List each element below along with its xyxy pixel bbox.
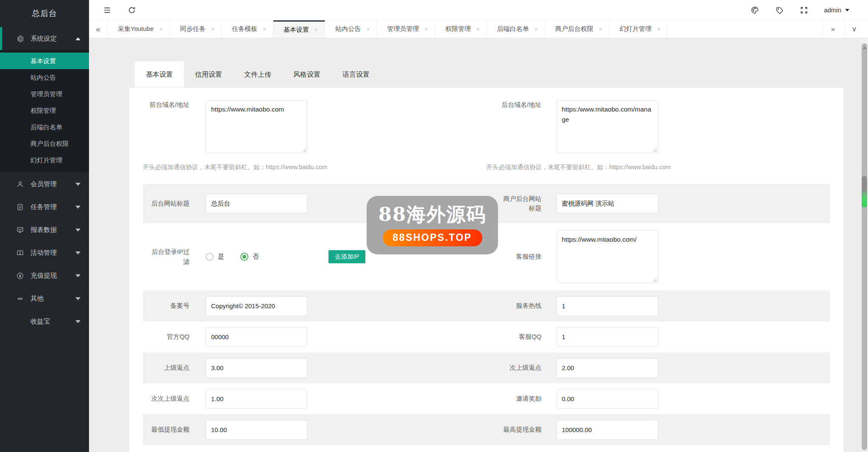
third-superior-rebate-input[interactable] <box>206 389 307 409</box>
icp-number-input[interactable] <box>206 296 307 316</box>
close-icon[interactable]: × <box>263 26 266 33</box>
radio-unchecked-icon <box>206 253 214 261</box>
tab-3[interactable]: 基本设置× <box>273 20 325 38</box>
superior-rebate-input[interactable] <box>206 358 307 378</box>
settings-card: 基本设置信用设置文件上传风格设置语言设置 前台域名/地址开头必须加通信协议，末尾… <box>129 61 843 452</box>
admin-domain-label: 后台域名/地址 <box>487 100 556 110</box>
add-ip-button[interactable]: 去添加IP <box>328 250 365 263</box>
user-menu[interactable]: admin <box>824 6 849 14</box>
field-admin-domain: 后台域名/地址开头必须加通信协议，末尾不要留斜杠。如：https://www.b… <box>487 100 830 171</box>
close-icon[interactable]: × <box>476 26 480 33</box>
ip-filter-radio-1[interactable]: 否 <box>240 253 259 261</box>
close-icon[interactable]: × <box>599 26 602 33</box>
settings-tab-3[interactable]: 风格设置 <box>282 61 331 87</box>
front-domain-label: 前台域名/地址 <box>143 100 206 110</box>
sidebar-section-4[interactable]: 活动管理 <box>0 241 89 264</box>
refresh-icon[interactable] <box>127 6 136 15</box>
sidebar-item-0-2[interactable]: 管理员管理 <box>0 86 89 102</box>
tab-7[interactable]: 后端白名单× <box>487 20 545 38</box>
chevron-down-icon <box>75 229 81 232</box>
merchant-site-title-input[interactable] <box>556 194 658 213</box>
scrollbar-track[interactable] <box>862 43 867 450</box>
sidebar-item-0-0[interactable]: 基本设置 <box>0 53 89 69</box>
tab-5[interactable]: 管理员管理× <box>377 20 435 38</box>
scroll-tabs-right-button[interactable]: » <box>823 20 843 38</box>
sidebar-section-5[interactable]: 充值提现 <box>0 264 89 287</box>
service-qq-input[interactable] <box>556 327 658 347</box>
service-hotline-input[interactable] <box>556 296 658 316</box>
radio-label: 否 <box>253 253 259 261</box>
field-third-superior-rebate: 次次上级返点 <box>143 383 487 414</box>
field-icp-number: 备案号 <box>143 290 487 321</box>
sidebar-section-0[interactable]: 系统设定 <box>0 27 89 50</box>
settings-tab-4[interactable]: 语言设置 <box>331 61 381 87</box>
second-superior-rebate-input[interactable] <box>556 358 658 378</box>
sidebar-section-label: 活动管理 <box>31 248 57 257</box>
close-icon[interactable]: × <box>424 26 428 33</box>
close-icon[interactable]: × <box>366 26 370 33</box>
settings-tab-0[interactable]: 基本设置 <box>135 61 184 87</box>
field-second-superior-rebate: 次上级返点 <box>487 352 830 383</box>
field-invite-reward: 邀请奖励 <box>487 383 830 414</box>
settings-tab-2[interactable]: 文件上传 <box>233 61 282 87</box>
tabbar: « 采集Youtube×同步任务×任务模板×基本设置×站内公告×管理员管理×权限… <box>89 20 868 38</box>
admin-domain-textarea[interactable] <box>556 100 658 153</box>
form-row: 前台域名/地址开头必须加通信协议，末尾不要留斜杠。如：https://www.b… <box>143 97 830 184</box>
sidebar-item-0-1[interactable]: 站内公告 <box>0 69 89 86</box>
sidebar-section-6[interactable]: 其他 <box>0 287 89 310</box>
tab-0[interactable]: 采集Youtube× <box>108 20 170 38</box>
sidebar-section-3[interactable]: 报表数据 <box>0 218 89 241</box>
settings-tab-1[interactable]: 信用设置 <box>184 61 233 87</box>
tag-icon[interactable] <box>775 6 784 15</box>
ip-filter-radio-0[interactable]: 是 <box>206 253 224 261</box>
book-icon <box>15 248 25 257</box>
tab-label: 后端白名单 <box>497 25 529 33</box>
sidebar-section-2[interactable]: 任务管理 <box>0 195 89 218</box>
tab-1[interactable]: 同步任务× <box>170 20 222 38</box>
field-merchant-site-title: 商户后台网站标题 <box>487 184 830 223</box>
tab-6[interactable]: 权限管理× <box>435 20 487 38</box>
collapse-sidebar-icon[interactable] <box>103 6 112 15</box>
close-icon[interactable]: × <box>534 26 538 33</box>
sidebar-item-0-4[interactable]: 后端白名单 <box>0 119 89 135</box>
tabs-menu-button[interactable]: ∨ <box>844 20 864 38</box>
textarea-admin-domain <box>556 100 658 153</box>
sidebar-item-0-5[interactable]: 商户后台权限 <box>0 135 89 152</box>
topbar-left <box>103 6 136 15</box>
tab-4[interactable]: 站内公告× <box>325 20 377 38</box>
form-row: 备案号服务热线 <box>143 290 830 321</box>
scrollbar-thumb[interactable] <box>862 176 867 207</box>
close-icon[interactable]: × <box>657 26 660 33</box>
fullscreen-icon[interactable] <box>799 6 809 15</box>
min-withdrawal-input[interactable] <box>206 420 307 440</box>
close-icon[interactable]: × <box>211 26 214 33</box>
service-link-textarea[interactable] <box>556 230 658 283</box>
tab-9[interactable]: 幻灯片管理× <box>609 20 668 38</box>
chevron-down-icon <box>75 274 81 277</box>
close-icon[interactable]: × <box>314 26 318 33</box>
theme-palette-icon[interactable] <box>750 6 760 15</box>
sidebar-item-0-3[interactable]: 权限管理 <box>0 102 89 119</box>
infinity-icon <box>15 294 25 303</box>
content-scrollbar[interactable] <box>861 38 868 452</box>
close-icon[interactable]: × <box>159 26 163 33</box>
official-qq-input[interactable] <box>206 327 307 347</box>
settings-tabs: 基本设置信用设置文件上传风格设置语言设置 <box>129 61 843 88</box>
tab-8[interactable]: 商户后台权限× <box>545 20 609 38</box>
sidebar-item-0-6[interactable]: 幻灯片管理 <box>0 152 89 168</box>
chevron-up-icon <box>75 37 81 40</box>
front-domain-textarea[interactable] <box>206 100 307 153</box>
field-max-withdrawal: 最高提现金额 <box>487 414 830 445</box>
sidebar-section-7[interactable]: 收益宝 <box>0 310 89 333</box>
scroll-tabs-left-button[interactable]: « <box>89 20 108 38</box>
max-withdrawal-input[interactable] <box>556 420 658 440</box>
sidebar-section-label: 会员管理 <box>31 180 57 189</box>
chevron-down-icon <box>845 9 849 11</box>
tab-2[interactable]: 任务模板× <box>222 20 273 38</box>
sidebar-section-1[interactable]: 会员管理 <box>0 173 89 195</box>
invite-reward-input[interactable] <box>556 389 658 409</box>
max-withdrawal-label: 最高提现金额 <box>487 425 556 435</box>
form-row: 上级返点次上级返点 <box>143 352 830 383</box>
scrollbar-up-arrow-icon[interactable] <box>862 46 867 49</box>
admin-site-title-input[interactable] <box>206 194 307 213</box>
